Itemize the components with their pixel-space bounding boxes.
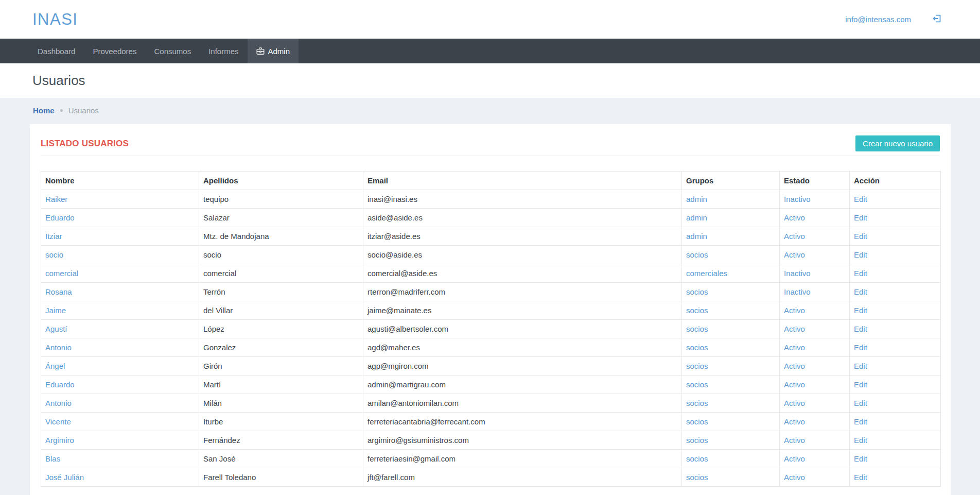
user-status-link[interactable]: Activo bbox=[784, 473, 805, 482]
logout-button[interactable] bbox=[932, 13, 943, 26]
user-name-link[interactable]: Vicente bbox=[45, 417, 71, 426]
user-group-link[interactable]: comerciales bbox=[686, 269, 727, 278]
edit-user-link[interactable]: Edit bbox=[854, 436, 867, 445]
user-name-link[interactable]: socio bbox=[45, 250, 63, 259]
breadcrumb-separator-icon bbox=[60, 109, 63, 112]
table-row: comercial comercial comercial@aside.es c… bbox=[41, 264, 941, 283]
user-group-link[interactable]: socios bbox=[686, 473, 708, 482]
brand-logo[interactable]: INASI bbox=[32, 10, 78, 29]
edit-user-link[interactable]: Edit bbox=[854, 306, 867, 315]
edit-user-link[interactable]: Edit bbox=[854, 399, 867, 407]
user-status-link[interactable]: Activo bbox=[784, 454, 805, 463]
user-lastname-text: Salazar bbox=[199, 209, 363, 227]
user-group-link[interactable]: socios bbox=[686, 454, 708, 463]
nav-item-dashboard[interactable]: Dashboard bbox=[29, 39, 84, 63]
table-row: socio socio socio@aside.es socios Activo… bbox=[41, 246, 941, 264]
user-email-text: comercial@aside.es bbox=[363, 264, 682, 283]
user-group-link[interactable]: admin bbox=[686, 232, 707, 241]
nav-item-proveedores[interactable]: Proveedores bbox=[84, 39, 145, 63]
table-row: José Julián Farell Toledano jft@farell.c… bbox=[41, 468, 941, 487]
user-group-link[interactable]: socios bbox=[686, 306, 708, 315]
user-name-link[interactable]: Agustí bbox=[45, 325, 67, 333]
user-name-link[interactable]: Jaime bbox=[45, 306, 66, 315]
user-name-link[interactable]: Itziar bbox=[45, 232, 62, 241]
breadcrumb-home-link[interactable]: Home bbox=[33, 106, 55, 115]
user-name-link[interactable]: Blas bbox=[45, 454, 60, 463]
user-name-link[interactable]: Eduardo bbox=[45, 213, 75, 222]
user-status-link[interactable]: Inactivo bbox=[784, 269, 811, 278]
user-status-link[interactable]: Activo bbox=[784, 232, 805, 241]
user-group-link[interactable]: socios bbox=[686, 250, 708, 259]
user-status-link[interactable]: Activo bbox=[784, 417, 805, 426]
user-group-link[interactable]: socios bbox=[686, 287, 708, 296]
table-row: Vicente Iturbe ferreteriacantabria@ferre… bbox=[41, 413, 941, 431]
table-row: Ángel Girón agp@mgiron.com socios Activo… bbox=[41, 357, 941, 375]
user-group-link[interactable]: socios bbox=[686, 417, 708, 426]
edit-user-link[interactable]: Edit bbox=[854, 287, 867, 296]
nav-item-admin[interactable]: Admin bbox=[248, 39, 299, 63]
edit-user-link[interactable]: Edit bbox=[854, 417, 867, 426]
user-status-link[interactable]: Activo bbox=[784, 380, 805, 389]
user-group-link[interactable]: socios bbox=[686, 380, 708, 389]
user-status-link[interactable]: Inactivo bbox=[784, 195, 811, 203]
user-name-link[interactable]: José Julián bbox=[45, 473, 84, 482]
user-email-text: itziar@aside.es bbox=[363, 227, 682, 246]
user-group-link[interactable]: admin bbox=[686, 213, 707, 222]
table-row: Blas San José ferreteriaesin@gmail.com s… bbox=[41, 450, 941, 468]
user-email-link[interactable]: info@intensas.com bbox=[845, 15, 911, 24]
header-right: info@intensas.com bbox=[845, 13, 943, 26]
user-status-link[interactable]: Inactivo bbox=[784, 287, 811, 296]
user-lastname-text: Farell Toledano bbox=[199, 468, 363, 487]
user-group-link[interactable]: socios bbox=[686, 362, 708, 370]
user-status-link[interactable]: Activo bbox=[784, 399, 805, 407]
user-status-link[interactable]: Activo bbox=[784, 343, 805, 352]
users-table-body: Raiker tequipo inasi@inasi.es admin Inac… bbox=[41, 190, 941, 487]
user-group-link[interactable]: socios bbox=[686, 343, 708, 352]
user-name-link[interactable]: Raiker bbox=[45, 195, 67, 203]
edit-user-link[interactable]: Edit bbox=[854, 473, 867, 482]
user-status-link[interactable]: Activo bbox=[784, 325, 805, 333]
user-email-text: aside@aside.es bbox=[363, 209, 682, 227]
user-name-link[interactable]: Ángel bbox=[45, 362, 65, 370]
table-row: Antonio Gonzalez agd@maher.es socios Act… bbox=[41, 338, 941, 357]
user-name-link[interactable]: Antonio bbox=[45, 343, 72, 352]
user-lastname-text: Girón bbox=[199, 357, 363, 375]
edit-user-link[interactable]: Edit bbox=[854, 454, 867, 463]
user-status-link[interactable]: Activo bbox=[784, 213, 805, 222]
user-name-link[interactable]: Antonio bbox=[45, 399, 72, 407]
user-email-text: agd@maher.es bbox=[363, 338, 682, 357]
edit-user-link[interactable]: Edit bbox=[854, 380, 867, 389]
edit-user-link[interactable]: Edit bbox=[854, 362, 867, 370]
create-user-button[interactable]: Crear nuevo usuario bbox=[855, 135, 940, 151]
user-group-link[interactable]: admin bbox=[686, 195, 707, 203]
user-lastname-text: tequipo bbox=[199, 190, 363, 209]
user-email-text: agp@mgiron.com bbox=[363, 357, 682, 375]
user-name-link[interactable]: Eduardo bbox=[45, 380, 75, 389]
user-status-link[interactable]: Activo bbox=[784, 306, 805, 315]
edit-user-link[interactable]: Edit bbox=[854, 250, 867, 259]
user-name-link[interactable]: Rosana bbox=[45, 287, 72, 296]
table-row: Raiker tequipo inasi@inasi.es admin Inac… bbox=[41, 190, 941, 209]
user-lastname-text: Martí bbox=[199, 375, 363, 394]
user-group-link[interactable]: socios bbox=[686, 325, 708, 333]
user-status-link[interactable]: Activo bbox=[784, 250, 805, 259]
edit-user-link[interactable]: Edit bbox=[854, 232, 867, 241]
content-area: LISTADO USUARIOS Crear nuevo usuario Nom… bbox=[0, 123, 980, 495]
user-status-link[interactable]: Activo bbox=[784, 436, 805, 445]
users-card: LISTADO USUARIOS Crear nuevo usuario Nom… bbox=[30, 124, 951, 495]
user-status-link[interactable]: Activo bbox=[784, 362, 805, 370]
edit-user-link[interactable]: Edit bbox=[854, 325, 867, 333]
edit-user-link[interactable]: Edit bbox=[854, 343, 867, 352]
user-name-link[interactable]: comercial bbox=[45, 269, 78, 278]
edit-user-link[interactable]: Edit bbox=[854, 269, 867, 278]
edit-user-link[interactable]: Edit bbox=[854, 195, 867, 203]
user-group-link[interactable]: socios bbox=[686, 436, 708, 445]
user-name-link[interactable]: Argimiro bbox=[45, 436, 74, 445]
nav-item-informes[interactable]: Informes bbox=[200, 39, 247, 63]
user-email-text: ferreteriaesin@gmail.com bbox=[363, 450, 682, 468]
user-lastname-text: Fernández bbox=[199, 431, 363, 450]
table-header-row: Nombre Apellidos Email Grupos Estado Acc… bbox=[41, 172, 941, 190]
nav-item-consumos[interactable]: Consumos bbox=[145, 39, 200, 63]
user-group-link[interactable]: socios bbox=[686, 399, 708, 407]
edit-user-link[interactable]: Edit bbox=[854, 213, 867, 222]
